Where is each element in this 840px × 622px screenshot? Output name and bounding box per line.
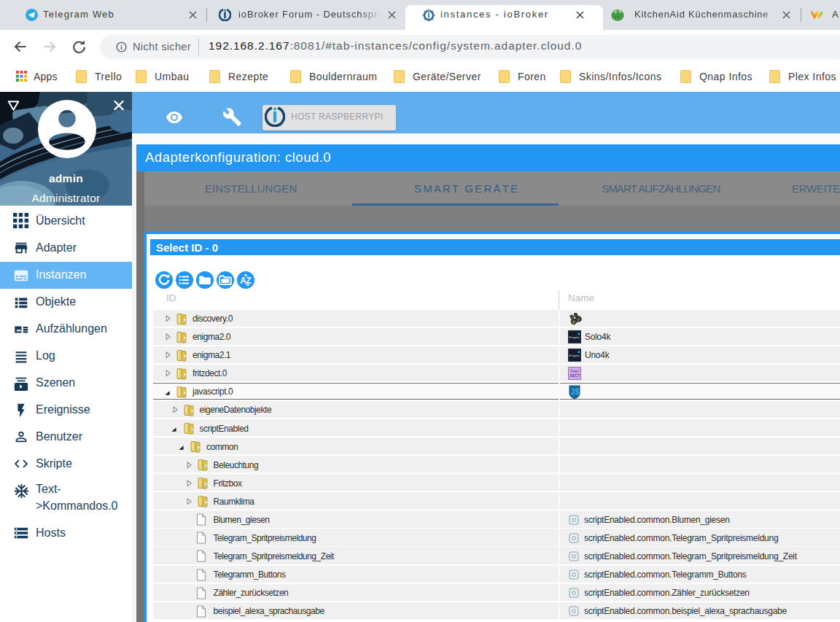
svg-text:DECT: DECT [570,374,580,378]
svg-text:Enigma: Enigma [569,335,580,339]
svg-text:JS: JS [571,388,580,396]
svg-text:Z: Z [246,276,251,286]
svg-text:Enigma: Enigma [569,354,580,357]
svg-text:Fritz!: Fritz! [571,370,580,373]
